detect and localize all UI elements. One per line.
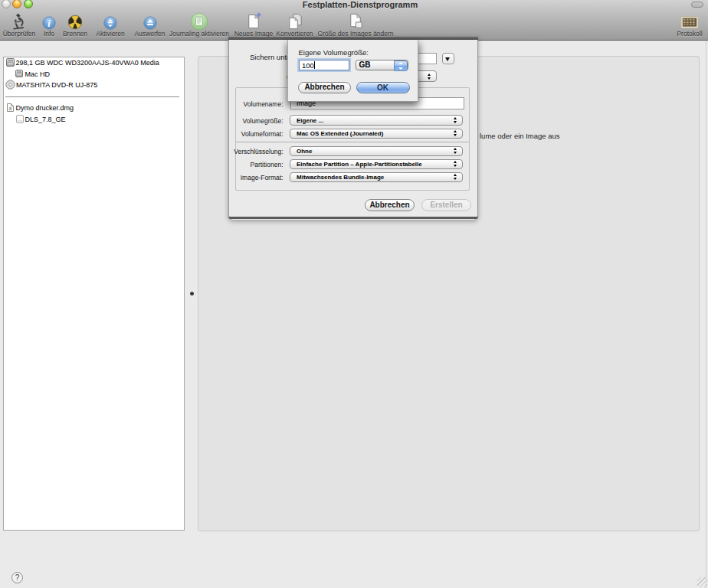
- svg-text:a: a: [8, 106, 11, 111]
